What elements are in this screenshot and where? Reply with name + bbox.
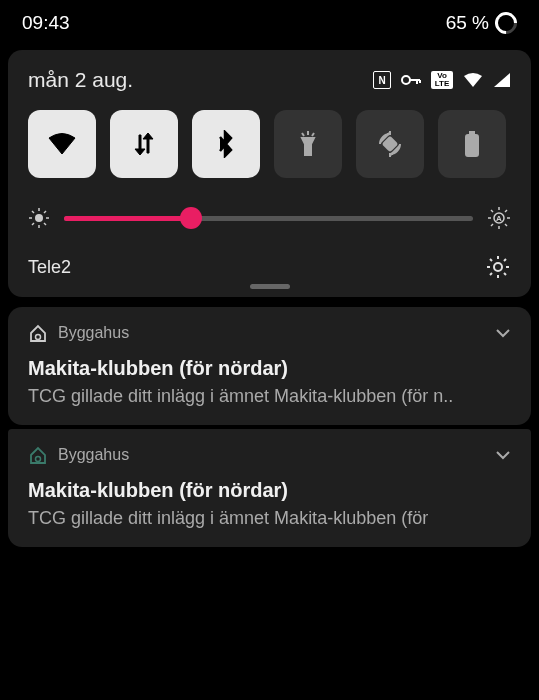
svg-line-6	[312, 133, 314, 136]
quick-settings-panel: mån 2 aug. N VoLTE	[8, 50, 531, 297]
svg-line-18	[44, 223, 46, 225]
svg-line-17	[32, 211, 34, 213]
svg-line-5	[302, 133, 304, 136]
svg-line-28	[505, 224, 507, 226]
status-icons-row: N VoLTE	[373, 71, 511, 89]
svg-rect-9	[470, 132, 474, 135]
data-toggle[interactable]	[110, 110, 178, 178]
svg-point-31	[494, 263, 502, 271]
svg-line-30	[505, 210, 507, 212]
byggahus-app-icon	[28, 445, 48, 465]
notification-title: Makita-klubben (för nördar)	[28, 479, 511, 502]
battery-saver-toggle[interactable]	[438, 110, 506, 178]
panel-expand-handle[interactable]	[250, 284, 290, 289]
brightness-slider[interactable]	[64, 216, 473, 221]
byggahus-app-icon	[28, 323, 48, 343]
settings-icon[interactable]	[485, 254, 511, 280]
svg-point-33	[36, 457, 41, 462]
wifi-status-icon	[463, 72, 483, 88]
svg-point-0	[402, 76, 410, 84]
chevron-down-icon[interactable]	[495, 328, 511, 338]
svg-line-29	[491, 224, 493, 226]
brightness-low-icon	[28, 207, 50, 229]
rotate-toggle[interactable]	[356, 110, 424, 178]
notification-app: Byggahus	[28, 323, 129, 343]
bluetooth-toggle[interactable]	[192, 110, 260, 178]
svg-rect-7	[383, 137, 397, 151]
brightness-row: A	[28, 206, 511, 230]
svg-text:A: A	[496, 214, 502, 223]
flashlight-toggle[interactable]	[274, 110, 342, 178]
svg-point-32	[36, 335, 41, 340]
notification-card[interactable]: Byggahus Makita-klubben (för nördar) TCG…	[8, 429, 531, 547]
wifi-toggle[interactable]	[28, 110, 96, 178]
notification-body: TCG gillade ditt inlägg i ämnet Makita-k…	[28, 386, 511, 407]
carrier-label: Tele2	[28, 257, 71, 278]
date-label: mån 2 aug.	[28, 68, 133, 92]
svg-line-27	[491, 210, 493, 212]
svg-line-20	[44, 211, 46, 213]
volte-icon: VoLTE	[431, 71, 453, 89]
notification-app-name: Byggahus	[58, 324, 129, 342]
battery-percent: 65 %	[446, 12, 489, 34]
key-icon	[401, 74, 421, 86]
notification-body: TCG gillade ditt inlägg i ämnet Makita-k…	[28, 508, 511, 529]
notification-app-name: Byggahus	[58, 446, 129, 464]
brightness-auto-icon: A	[487, 206, 511, 230]
svg-line-19	[32, 223, 34, 225]
status-right: 65 %	[446, 12, 517, 34]
notification-title: Makita-klubben (för nördar)	[28, 357, 511, 380]
battery-ring-icon	[490, 7, 521, 38]
signal-icon	[493, 72, 511, 88]
status-bar: 09:43 65 %	[0, 0, 539, 50]
nfc-icon: N	[373, 71, 391, 89]
svg-point-12	[35, 214, 43, 222]
toggle-row	[28, 110, 511, 178]
chevron-down-icon[interactable]	[495, 450, 511, 460]
notification-card[interactable]: Byggahus Makita-klubben (för nördar) TCG…	[8, 307, 531, 425]
status-time: 09:43	[22, 12, 70, 34]
notification-app: Byggahus	[28, 445, 129, 465]
